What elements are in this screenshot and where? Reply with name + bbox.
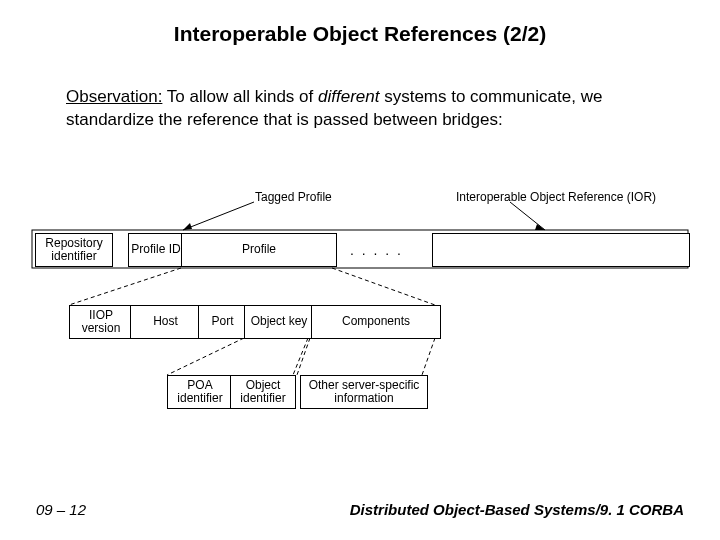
observation-label: Observation: [66,87,162,106]
box-components: Components [311,305,441,339]
svg-line-9 [297,338,310,375]
svg-line-5 [69,268,181,305]
box-repository-identifier: Repository identifier [35,233,113,267]
svg-line-0 [183,202,254,230]
box-other-info: Other server-specific information [300,375,428,409]
footer-chapter: Distributed Object-Based Systems/9. 1 CO… [350,501,684,518]
box-profile-id: Profile ID [128,233,184,267]
footer-page-number: 09 – 12 [36,501,86,518]
body-text: Observation: To allow all kinds of diffe… [66,86,626,132]
label-ior: Interoperable Object Reference (IOR) [456,190,656,204]
svg-line-2 [510,202,545,230]
svg-line-7 [167,338,244,375]
box-object-identifier: Object identifier [230,375,296,409]
box-poa-identifier: POA identifier [167,375,233,409]
box-empty-profile [432,233,690,267]
observation-text-1: To allow all kinds of [162,87,318,106]
svg-line-6 [332,268,435,305]
box-iiop-version: IIOP version [69,305,133,339]
box-port: Port [198,305,247,339]
slide-title: Interoperable Object References (2/2) [0,22,720,46]
box-object-key: Object key [244,305,314,339]
box-host: Host [130,305,201,339]
label-tagged-profile: Tagged Profile [255,190,332,204]
svg-marker-1 [183,223,192,230]
svg-line-10 [422,338,435,375]
observation-italic: different [318,87,379,106]
svg-line-8 [293,338,308,375]
svg-marker-3 [535,224,545,230]
slide: Interoperable Object References (2/2) Ob… [0,0,720,540]
box-profile: Profile [181,233,337,267]
diagram: Tagged Profile Interoperable Object Refe… [0,180,720,460]
dots: . . . . . [350,242,403,258]
